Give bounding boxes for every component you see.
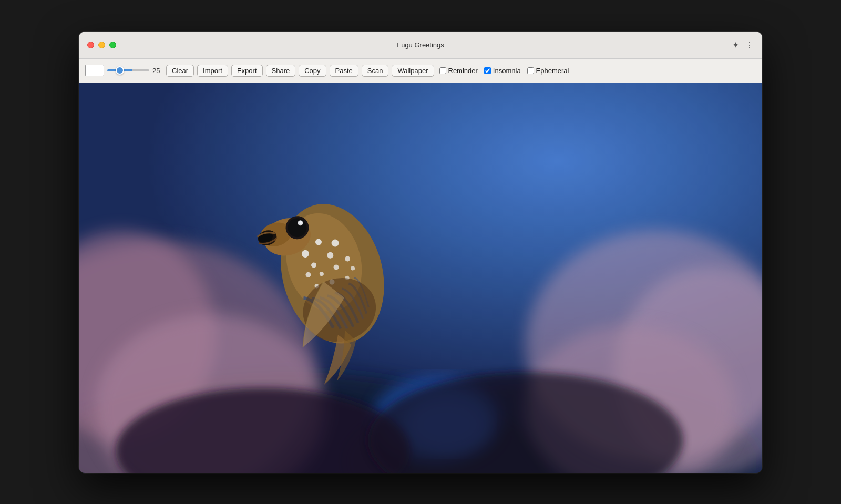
- app-window: Fugu Greetings ✦ ⋮ 25 Clear Import Expor…: [79, 32, 762, 473]
- fish-image: [79, 83, 762, 473]
- extensions-icon[interactable]: ✦: [732, 40, 739, 50]
- export-button[interactable]: Export: [231, 65, 263, 77]
- slider-value: 25: [152, 67, 163, 75]
- toolbar: 25 Clear Import Export Share Copy Paste …: [79, 59, 762, 83]
- reminder-checkbox[interactable]: [439, 67, 446, 74]
- window-title: Fugu Greetings: [397, 41, 444, 49]
- copy-button[interactable]: Copy: [299, 65, 326, 77]
- share-button[interactable]: Share: [266, 65, 296, 77]
- import-button[interactable]: Import: [197, 65, 228, 77]
- content-area[interactable]: [79, 83, 762, 473]
- traffic-lights: [87, 42, 116, 48]
- scan-button[interactable]: Scan: [362, 65, 389, 77]
- minimize-button[interactable]: [98, 42, 105, 48]
- reminder-checkbox-label[interactable]: Reminder: [439, 67, 478, 75]
- close-button[interactable]: [87, 42, 94, 48]
- reminder-label: Reminder: [448, 67, 478, 75]
- menu-icon[interactable]: ⋮: [745, 40, 754, 50]
- ephemeral-label: Ephemeral: [536, 67, 569, 75]
- ephemeral-checkbox-label[interactable]: Ephemeral: [527, 67, 569, 75]
- maximize-button[interactable]: [109, 42, 116, 48]
- paste-button[interactable]: Paste: [330, 65, 358, 77]
- titlebar: Fugu Greetings ✦ ⋮: [79, 32, 762, 59]
- color-swatch[interactable]: [85, 65, 104, 76]
- wallpaper-button[interactable]: Wallpaper: [392, 65, 434, 77]
- checkbox-group: Reminder Insomnia Ephemeral: [439, 67, 569, 75]
- insomnia-checkbox-label[interactable]: Insomnia: [484, 67, 521, 75]
- brush-size-slider[interactable]: [107, 69, 149, 71]
- slider-container: 25: [107, 67, 163, 75]
- clear-button[interactable]: Clear: [166, 65, 194, 77]
- ephemeral-checkbox[interactable]: [527, 67, 534, 74]
- svg-rect-37: [79, 83, 762, 473]
- insomnia-checkbox[interactable]: [484, 67, 491, 74]
- titlebar-actions: ✦ ⋮: [732, 40, 754, 50]
- insomnia-label: Insomnia: [493, 67, 521, 75]
